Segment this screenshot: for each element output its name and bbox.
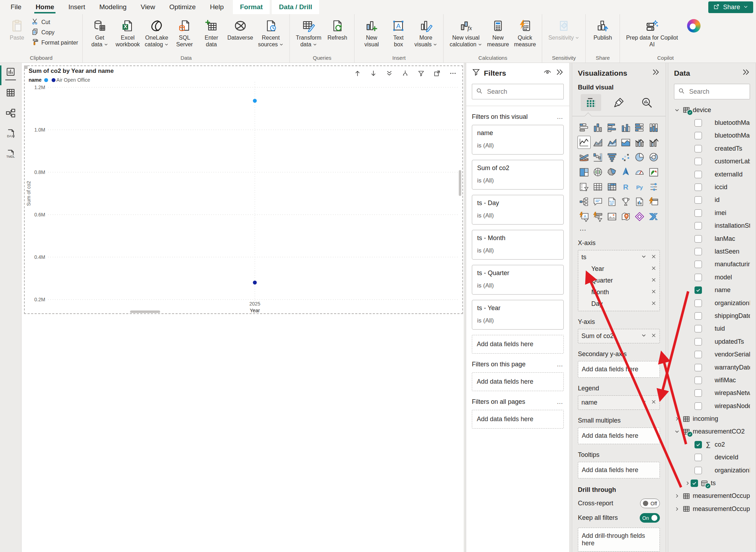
field-checkbox[interactable] <box>695 145 702 152</box>
field-row-externalid[interactable]: externalId <box>674 168 750 181</box>
visual-resize-handle[interactable] <box>24 65 28 69</box>
field-chip[interactable]: Sum of co2 <box>581 330 656 342</box>
chevron-down-icon[interactable] <box>641 332 646 340</box>
add-data-fields-dropzone[interactable]: Add data fields here <box>472 372 564 391</box>
expand-all-levels-icon[interactable] <box>402 70 409 79</box>
legend-item[interactable] <box>44 78 49 82</box>
field-checkbox[interactable] <box>695 441 702 448</box>
field-row-tuid[interactable]: tuid <box>674 323 750 335</box>
r-script-visual-icon[interactable]: R <box>620 181 632 193</box>
copilot-logo-button[interactable] <box>681 16 707 35</box>
dataverse-button[interactable]: Dataverse <box>225 16 255 42</box>
filter-card[interactable]: ts - Monthis (All) <box>472 230 564 260</box>
table-row-device[interactable]: device <box>674 104 750 116</box>
field-row-wirepasnodeid[interactable]: wirepasNodeId <box>674 400 750 412</box>
sidebar-table-view[interactable] <box>0 83 21 104</box>
onelake-catalog-button[interactable]: OneLakecatalog <box>143 16 171 49</box>
100-stacked-column-chart-icon[interactable] <box>647 121 660 134</box>
field-checkbox[interactable] <box>695 312 702 320</box>
well-small-multiples-dropzone[interactable]: Add data fields here <box>578 428 660 444</box>
ribbon-chart-icon[interactable] <box>578 151 590 163</box>
field-checkbox[interactable] <box>695 274 702 281</box>
field-row-lastseen[interactable]: lastSeen <box>674 245 750 258</box>
field-row-createdts[interactable]: createdTs <box>674 142 750 155</box>
well-y-axis[interactable]: Sum of co2 <box>578 329 660 343</box>
remove-field-icon[interactable] <box>651 399 656 406</box>
recent-sources-button[interactable]: Recentsources <box>256 16 285 49</box>
field-checkbox[interactable] <box>695 261 702 268</box>
format-painter-button[interactable]: Format painter <box>31 38 78 47</box>
menu-tab-view[interactable]: View <box>134 0 162 14</box>
100-stacked-bar-chart-icon[interactable] <box>633 121 646 134</box>
transform-data-button[interactable]: Transformdata <box>294 16 323 49</box>
filter-card[interactable]: ts - Yearis (All) <box>472 300 564 330</box>
report-canvas[interactable]: 1.2M1.0M0.8M0.6M0.4M0.2M2025YearSum of c… <box>22 63 464 552</box>
more-options-icon[interactable]: … <box>557 361 564 368</box>
kpi-icon[interactable] <box>647 166 660 178</box>
data-search-input[interactable] <box>688 88 746 96</box>
field-checkbox[interactable] <box>695 184 702 191</box>
tab-format-visual[interactable] <box>609 94 629 111</box>
field-checkbox[interactable] <box>695 196 702 204</box>
chevron-right-icon[interactable] <box>674 416 680 422</box>
field-row-co2[interactable]: ∑co2 <box>674 438 750 451</box>
prep-data-for-copilot-ai-button[interactable]: Prep data for CopilotAI <box>624 16 680 49</box>
ai-qa-visual-icon[interactable]: A <box>578 210 590 223</box>
field-chip[interactable]: Year <box>581 263 656 275</box>
slicer-icon[interactable] <box>578 181 590 193</box>
menu-tab-data-drill[interactable]: Data / Drill <box>272 0 319 14</box>
chevron-down-icon[interactable] <box>674 108 680 113</box>
share-button[interactable]: Share <box>708 1 753 13</box>
field-row-iccid[interactable]: iccid <box>674 181 750 193</box>
refresh-button[interactable]: Refresh <box>324 16 350 42</box>
remove-field-icon[interactable] <box>651 289 656 296</box>
image-visual-icon[interactable] <box>606 210 618 223</box>
table-row-incoming[interactable]: incoming <box>674 412 750 425</box>
remove-field-icon[interactable] <box>651 300 656 308</box>
new-visual-calculation-button[interactable]: fxNew visualcalculation <box>448 16 484 49</box>
visual-horizontal-scrollbar[interactable] <box>130 310 160 313</box>
cross-report-toggle[interactable]: Off <box>640 499 660 508</box>
filters-search-box[interactable] <box>472 84 564 99</box>
field-row-organizationid[interactable]: organizationId <box>674 464 750 477</box>
100-stacked-area-chart-icon[interactable] <box>620 136 632 149</box>
menu-tab-insert[interactable]: Insert <box>61 0 92 14</box>
filter-card[interactable]: ts - Quarteris (All) <box>472 265 564 295</box>
field-row-vendorserial[interactable]: vendorSerial <box>674 348 750 361</box>
data-search-box[interactable] <box>674 84 750 99</box>
filled-map-icon[interactable] <box>606 166 618 178</box>
donut-chart-icon[interactable] <box>647 151 660 163</box>
clustered-column-chart-icon[interactable] <box>620 121 632 134</box>
smart-narrative-icon[interactable] <box>606 196 618 208</box>
more-visuals-button[interactable]: Morevisuals <box>412 16 439 49</box>
field-checkbox[interactable] <box>695 364 702 371</box>
tab-analytics[interactable] <box>637 94 657 111</box>
focus-mode-icon[interactable] <box>433 70 441 79</box>
python-visual-icon[interactable]: Py <box>633 181 646 193</box>
field-checkbox[interactable] <box>695 171 702 178</box>
waterfall-chart-icon[interactable] <box>592 151 604 163</box>
azure-map-icon[interactable] <box>620 166 632 178</box>
field-checkbox[interactable] <box>695 286 702 294</box>
field-checkbox[interactable] <box>695 351 702 358</box>
field-row-shippingdate[interactable]: shippingDate <box>674 309 750 322</box>
field-checkbox[interactable] <box>695 235 702 243</box>
field-checkbox[interactable] <box>695 119 702 127</box>
line-chart-icon[interactable] <box>578 136 590 149</box>
field-row-wirepasnetwor[interactable]: wirepasNetwor... <box>674 387 750 400</box>
table-icon[interactable] <box>592 181 604 193</box>
qa-visual-icon[interactable] <box>592 196 604 208</box>
map-icon[interactable] <box>592 166 604 178</box>
filter-card[interactable]: nameis (All) <box>472 125 564 155</box>
field-checkbox[interactable] <box>695 300 702 307</box>
field-checkbox[interactable] <box>695 209 702 217</box>
well-tooltips-dropzone[interactable]: Add data fields here <box>578 462 660 478</box>
gauge-icon[interactable] <box>633 166 646 178</box>
field-checkbox[interactable] <box>695 454 702 461</box>
collapse-data-pane-icon[interactable] <box>742 68 750 78</box>
well-secondary-y-axis-dropzone[interactable]: Add data fields here <box>578 361 660 378</box>
arcgis-map-icon[interactable] <box>620 210 632 223</box>
keep-all-filters-toggle[interactable]: On <box>640 513 660 523</box>
well-x-axis[interactable]: tsYearQuarterMonthDay <box>578 250 660 311</box>
collapse-visualizations-pane-icon[interactable] <box>651 68 660 78</box>
